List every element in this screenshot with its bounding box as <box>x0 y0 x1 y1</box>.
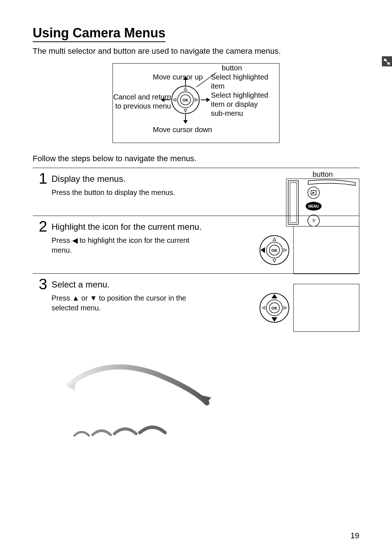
left-triangle-icon: ◀ <box>72 236 78 245</box>
button-label: button <box>222 64 242 73</box>
svg-rect-0 <box>384 59 386 61</box>
svg-marker-32 <box>261 247 265 253</box>
up-triangle-icon: ▲ <box>72 293 79 303</box>
decorative-waves-icon <box>73 421 167 443</box>
step-number: 2 <box>33 219 47 234</box>
page-number: 19 <box>351 531 359 540</box>
svg-rect-19 <box>290 183 297 223</box>
right-arrow-icon <box>200 97 210 103</box>
step-number: 1 <box>33 171 47 186</box>
step-1: 1 Display the menus. Press the button to… <box>33 171 359 205</box>
step-3: 3 Select a menu. Press ▲ or ▼ to positio… <box>33 277 359 320</box>
svg-marker-12 <box>183 120 188 124</box>
svg-marker-31 <box>273 260 276 262</box>
ok-label: OK <box>183 98 189 102</box>
step-desc: Press ▲ or ▼ to position the cursor in t… <box>52 293 208 313</box>
down-triangle-icon: ▼ <box>90 293 97 303</box>
media-label: button <box>286 170 359 179</box>
svg-marker-7 <box>173 98 176 101</box>
screen-illustration <box>293 226 359 274</box>
svg-marker-33 <box>284 249 287 252</box>
left-desc: Cancel and return to previous menu <box>109 93 171 111</box>
svg-marker-43 <box>67 381 76 390</box>
intro-before: The multi selector and <box>33 46 114 56</box>
svg-marker-16 <box>207 98 210 102</box>
menu-button-label: MENU <box>308 204 319 208</box>
svg-marker-22 <box>313 192 315 194</box>
intro-text: The multi selector and button are used t… <box>33 46 359 56</box>
svg-marker-41 <box>284 306 287 309</box>
selector-diagram: OK button Move cursor up Select <box>113 63 279 143</box>
intro-after: button are used to navigate the camera m… <box>114 46 281 56</box>
down-arrow-icon <box>183 114 188 124</box>
svg-text:OK: OK <box>271 306 278 310</box>
down-label: Move cursor down <box>153 125 212 134</box>
svg-rect-18 <box>288 181 298 224</box>
decorative-swoosh-icon <box>62 363 214 407</box>
svg-marker-8 <box>195 98 198 101</box>
multi-selector-icon: OK <box>171 85 200 114</box>
svg-text:OK: OK <box>271 248 278 253</box>
screen-illustration <box>293 284 359 332</box>
svg-marker-6 <box>184 109 187 112</box>
svg-marker-38 <box>271 294 277 298</box>
page-title: Using Camera Menus <box>33 25 166 42</box>
svg-marker-40 <box>262 306 265 309</box>
step-number: 3 <box>33 277 47 292</box>
section-tab <box>382 56 392 66</box>
svg-marker-42 <box>200 395 211 403</box>
divider <box>33 168 359 168</box>
svg-rect-1 <box>388 62 390 65</box>
step-desc: Press ◀ to highlight the icon for the cu… <box>52 236 208 255</box>
right-desc: Select highlighted item or display sub-m… <box>211 91 273 118</box>
svg-marker-39 <box>271 317 277 322</box>
step-2: 2 Highlight the icon for the current men… <box>33 219 359 262</box>
svg-marker-5 <box>184 87 187 90</box>
selector-left-icon: OK <box>259 235 290 265</box>
step-desc: Press the button to display the menus. <box>52 188 208 197</box>
up-label: Move cursor up <box>153 73 203 82</box>
selector-updown-icon: OK <box>259 293 290 323</box>
svg-marker-30 <box>273 238 276 241</box>
follow-text: Follow the steps below to navigate the m… <box>33 154 359 163</box>
ok-desc: Select highlighted item <box>211 73 276 91</box>
